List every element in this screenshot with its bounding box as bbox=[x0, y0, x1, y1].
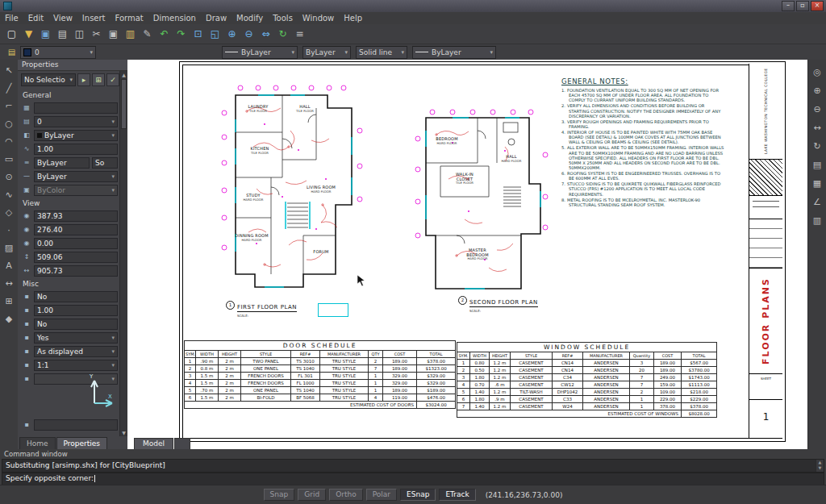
menu-item[interactable]: Insert bbox=[77, 13, 111, 23]
line-type-dropdown[interactable]: ByLayer ▾ bbox=[412, 46, 496, 59]
polar-button[interactable]: Polar bbox=[366, 489, 397, 501]
misc-field-2[interactable]: 1.00 bbox=[34, 305, 118, 316]
tab-sheet[interactable] bbox=[174, 438, 190, 449]
rebuild-icon[interactable]: ↻ bbox=[274, 26, 291, 43]
redo-icon[interactable]: ↷ bbox=[173, 26, 190, 43]
hatch-icon[interactable]: ▨ bbox=[1, 240, 17, 256]
color-field[interactable]: ByLayer▾ bbox=[34, 130, 118, 141]
properties-icon[interactable]: ≡ bbox=[291, 26, 308, 43]
esnap-button[interactable]: ESnap bbox=[400, 489, 436, 501]
tab-properties[interactable]: Properties bbox=[56, 437, 107, 449]
etrack-button[interactable]: ETrack bbox=[439, 489, 475, 501]
menu-item[interactable]: File bbox=[0, 13, 23, 23]
properties-scrollbar[interactable]: ▲▼ bbox=[119, 71, 127, 436]
layers-icon[interactable]: ▤ bbox=[809, 157, 825, 173]
polyline-icon[interactable]: ⌐ bbox=[1, 98, 17, 114]
layer-dropdown[interactable]: 0 ▾ bbox=[20, 46, 96, 59]
measure-icon[interactable]: ∠ bbox=[809, 194, 825, 210]
line-color-dropdown[interactable]: ByLayer ▾ bbox=[222, 46, 298, 59]
misc-field-1[interactable]: No bbox=[34, 291, 118, 302]
spline-icon[interactable]: ∿ bbox=[1, 187, 17, 202]
copy-icon[interactable]: ▣ bbox=[105, 26, 122, 43]
ortho-button[interactable]: Ortho bbox=[329, 489, 363, 501]
menu-item[interactable]: Format bbox=[111, 13, 148, 23]
misc-field-6[interactable]: 1:1▾ bbox=[34, 360, 118, 371]
menu-item[interactable]: Modify bbox=[232, 13, 268, 23]
arc-icon[interactable]: ◠ bbox=[1, 134, 17, 149]
polygon-icon[interactable]: ◇ bbox=[1, 205, 17, 220]
minimize-button[interactable]: – bbox=[782, 1, 795, 11]
rectangle-icon[interactable]: ▭ bbox=[1, 152, 17, 167]
command-history[interactable]: Substituting [arsimp.shx] for [CityBluep… bbox=[2, 459, 824, 473]
view-center-x-field[interactable]: 387.93 bbox=[34, 210, 118, 222]
view-width-field[interactable]: 905.73 bbox=[34, 265, 118, 277]
menu-item[interactable]: Help bbox=[339, 13, 367, 23]
line-scale-field[interactable]: 1.00 bbox=[34, 144, 118, 155]
format-painter-icon[interactable]: ✎ bbox=[139, 26, 156, 43]
drawing-viewport[interactable]: LAUNDRYTILE FLOOR HALLTILE FLOOR KITCHEN… bbox=[127, 60, 808, 449]
line-weight-dropdown[interactable]: ByLayer ▾ bbox=[302, 46, 351, 59]
layers-manager-icon[interactable]: ▤ bbox=[3, 44, 20, 60]
new-icon[interactable]: ▢ bbox=[3, 26, 20, 43]
ellipse-icon[interactable]: ⊙ bbox=[1, 169, 17, 185]
line-weight-field[interactable]: ByLayer bbox=[34, 157, 90, 169]
block-icon[interactable]: ◆ bbox=[1, 311, 17, 327]
zoom-fit-icon[interactable]: ⊡ bbox=[190, 26, 206, 43]
undo-icon[interactable]: ↶ bbox=[156, 26, 173, 43]
pan-icon[interactable]: ↔ bbox=[809, 120, 825, 135]
point-icon[interactable]: · bbox=[1, 223, 17, 238]
snap-button[interactable]: Snap bbox=[264, 489, 295, 501]
misc-field-4[interactable]: Yes▾ bbox=[34, 332, 118, 344]
cut-icon[interactable]: ✂ bbox=[88, 26, 105, 43]
table-icon[interactable]: ⊞ bbox=[1, 294, 17, 309]
sheet-icon[interactable]: ▥ bbox=[809, 213, 825, 228]
line-icon[interactable]: ╱ bbox=[1, 81, 17, 96]
menu-item[interactable]: Draw bbox=[201, 13, 232, 23]
pointer-icon[interactable]: ↖ bbox=[1, 63, 17, 78]
view-center-y-field[interactable]: 276.40 bbox=[34, 224, 118, 235]
menu-item[interactable]: Tools bbox=[268, 13, 298, 23]
maximize-button[interactable]: ▫ bbox=[796, 1, 809, 11]
quick-select-button[interactable]: ⊞ bbox=[92, 73, 105, 86]
zoom-out-icon[interactable]: ⊖ bbox=[240, 26, 257, 43]
text-icon[interactable]: A bbox=[1, 258, 17, 273]
dimension-icon[interactable]: ↔ bbox=[1, 276, 17, 291]
paste-icon[interactable]: ▥ bbox=[122, 26, 139, 43]
pan-icon[interactable]: ⇔ bbox=[257, 26, 274, 43]
save-icon[interactable]: ▣ bbox=[37, 26, 54, 43]
tab-home[interactable]: Home bbox=[19, 437, 56, 449]
select-all-button[interactable]: ✓ bbox=[106, 73, 119, 86]
zoom-window-icon[interactable]: ◱ bbox=[206, 26, 223, 43]
misc-field-8[interactable] bbox=[34, 419, 118, 431]
selection-dropdown[interactable]: No Selectio ▾ bbox=[21, 73, 76, 86]
hyperlink-field[interactable] bbox=[34, 102, 118, 114]
misc-field-5[interactable]: As displayed▾ bbox=[34, 346, 118, 357]
orbit-icon[interactable]: ↻ bbox=[809, 139, 825, 154]
view-center-z-field[interactable]: 0.00 bbox=[34, 238, 118, 249]
zoom-in-icon[interactable]: ⊕ bbox=[809, 83, 825, 98]
line-style-dropdown[interactable]: Solid line ▾ bbox=[356, 46, 407, 59]
select-entities-button[interactable]: ▸ bbox=[77, 73, 90, 86]
circle-icon[interactable]: ○ bbox=[1, 116, 17, 131]
grid-icon[interactable]: ▦ bbox=[809, 176, 825, 191]
print-preview-icon[interactable]: ◫ bbox=[71, 26, 88, 43]
menu-item[interactable]: Dimension bbox=[148, 13, 201, 23]
view-height-field[interactable]: 509.06 bbox=[34, 252, 118, 263]
print-icon[interactable]: ▤ bbox=[54, 26, 71, 43]
layer-field[interactable]: 0▾ bbox=[34, 116, 118, 127]
misc-field-3[interactable]: No bbox=[34, 319, 118, 330]
tab-model[interactable]: Model bbox=[134, 438, 173, 449]
open-icon[interactable]: ▼ bbox=[20, 26, 37, 43]
line-type-field[interactable]: ByLayer▾ bbox=[34, 171, 118, 182]
menu-item[interactable]: Window bbox=[298, 13, 339, 23]
menu-item[interactable]: View bbox=[48, 13, 77, 23]
grid-button[interactable]: Grid bbox=[298, 489, 326, 501]
command-scrollbar[interactable]: ▲▼ bbox=[816, 460, 824, 472]
close-button[interactable]: × bbox=[811, 1, 824, 11]
line-weight-unit-field[interactable]: So bbox=[92, 157, 118, 169]
zoom-extents-icon[interactable]: ◎ bbox=[809, 65, 825, 80]
command-input[interactable]: Specify opposite corner: bbox=[2, 473, 824, 485]
zoom-in-icon[interactable]: ⊕ bbox=[223, 26, 240, 43]
zoom-out-icon[interactable]: ⊖ bbox=[809, 102, 825, 117]
menu-item[interactable]: Edit bbox=[23, 13, 48, 23]
